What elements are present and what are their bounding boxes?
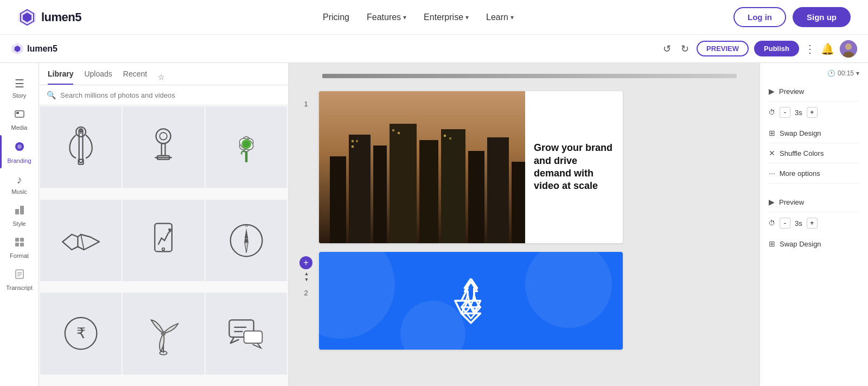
svg-rect-19	[79, 129, 83, 162]
timer-dropdown-icon[interactable]: ▾	[856, 69, 859, 77]
slide-card-2[interactable]	[319, 252, 623, 350]
sidebar-item-format[interactable]: Format	[0, 231, 39, 263]
list-item[interactable]	[123, 106, 204, 188]
svg-rect-61	[487, 137, 509, 243]
list-item[interactable]	[40, 200, 122, 281]
logo-link[interactable]: lumen5	[17, 8, 81, 27]
tab-uploads[interactable]: Uploads	[84, 69, 112, 85]
notifications-icon[interactable]: 🔔	[821, 42, 834, 55]
tab-recent[interactable]: Recent	[123, 69, 147, 85]
svg-rect-62	[512, 162, 525, 243]
shuffle-colors-action[interactable]: ✕ Shuffle Colors	[769, 143, 859, 163]
duration-plus-button-2[interactable]: +	[807, 218, 818, 229]
svg-rect-26	[162, 143, 165, 156]
duration-control-1: ⏱ - 3s +	[769, 102, 859, 123]
svg-point-34	[243, 141, 249, 147]
transcript-icon	[14, 269, 25, 282]
swap-design-icon: ⊞	[769, 129, 775, 137]
story-icon: ☰	[15, 77, 24, 90]
publish-button[interactable]: Publish	[754, 41, 799, 56]
list-item[interactable]: ₹	[40, 293, 122, 374]
svg-point-48	[161, 331, 166, 336]
slide-down-arrow[interactable]: ▼	[304, 277, 309, 282]
user-avatar[interactable]	[840, 40, 857, 58]
play-icon-2: ▶	[769, 198, 775, 206]
svg-rect-59	[441, 129, 465, 243]
preview-button[interactable]: PREVIEW	[697, 41, 749, 56]
right-panel: 🕐 00:15 ▾ ▶ Preview ⏱ - 3s + ⊞ Swap Desi…	[760, 63, 868, 386]
main-content: ☰ Story Media Br	[0, 63, 868, 386]
svg-point-25	[160, 132, 168, 140]
list-item[interactable]	[123, 200, 204, 281]
sidebar-item-story[interactable]: ☰ Story	[0, 72, 39, 103]
login-button[interactable]: Log in	[733, 7, 786, 27]
svg-rect-13	[15, 243, 19, 246]
slide-number-1: 1	[299, 96, 312, 108]
format-svg-icon	[14, 237, 25, 248]
more-options-action[interactable]: ··· More options	[769, 163, 859, 183]
branding-icon	[14, 141, 25, 155]
duration-control-2: ⏱ - 3s +	[769, 212, 859, 234]
svg-rect-14	[20, 243, 24, 246]
nav-features[interactable]: Features ▾	[367, 12, 406, 22]
shuffle-colors-label: Shuffle Colors	[780, 149, 824, 157]
app-header-actions: ↺ ↻ PREVIEW Publish ⋮ 🔔	[661, 40, 857, 58]
media-grid: N ₹	[39, 105, 288, 386]
svg-rect-57	[390, 124, 417, 243]
undo-button[interactable]: ↺	[661, 41, 673, 57]
swap-design-action[interactable]: ⊞ Swap Design	[769, 123, 859, 143]
sidebar-branding-label: Branding	[7, 157, 31, 164]
timer-value: 00:15	[838, 69, 854, 77]
slide-row-1: 1	[299, 91, 760, 243]
duration-plus-button[interactable]: +	[807, 107, 818, 118]
duration-minus-button-2[interactable]: -	[780, 218, 790, 229]
right-panel-slide-2: ▶ Preview ⏱ - 3s + ⊞ Swap Design	[769, 192, 859, 254]
swap-design-action-2[interactable]: ⊞ Swap Design	[769, 234, 859, 254]
avatar-image	[840, 40, 857, 58]
svg-rect-56	[373, 145, 387, 243]
svg-point-24	[156, 129, 171, 143]
slide-up-arrow[interactable]: ▲	[304, 271, 309, 276]
app-header: lumen5 ↺ ↻ PREVIEW Publish ⋮ 🔔	[0, 35, 868, 63]
music-icon: ♪	[17, 174, 22, 186]
list-item[interactable]	[40, 106, 122, 188]
svg-rect-69	[449, 137, 451, 140]
list-item[interactable]	[206, 293, 287, 374]
preview-label-1: Preview	[779, 87, 804, 96]
nav-pricing[interactable]: Pricing	[323, 12, 349, 22]
list-item[interactable]	[206, 106, 287, 188]
logo-icon	[17, 8, 37, 27]
duration-minus-button[interactable]: -	[780, 107, 790, 118]
preview-action-1[interactable]: ▶ Preview	[769, 81, 859, 102]
logo-text: lumen5	[41, 10, 81, 24]
sidebar-item-music[interactable]: ♪ Music	[0, 168, 39, 199]
redo-button[interactable]: ↻	[679, 41, 691, 57]
media-tabs: Library Uploads Recent ☆	[39, 63, 288, 85]
svg-marker-42	[244, 242, 248, 252]
signup-button[interactable]: Sign up	[793, 7, 851, 27]
tab-library[interactable]: Library	[48, 69, 73, 85]
sidebar-item-transcript[interactable]: Transcript	[0, 263, 39, 295]
svg-rect-9	[15, 209, 19, 214]
sidebar-item-media[interactable]: Media	[0, 103, 39, 135]
preview-action-2[interactable]: ▶ Preview	[769, 192, 859, 212]
nav-learn[interactable]: Learn ▾	[486, 12, 514, 22]
handshake-icon	[56, 216, 105, 265]
more-options-icon[interactable]: ⋮	[805, 42, 815, 55]
list-item[interactable]: N	[206, 200, 287, 281]
svg-rect-5	[15, 111, 24, 117]
list-item[interactable]	[123, 293, 204, 374]
nav-enterprise[interactable]: Enterprise ▾	[424, 12, 469, 22]
sidebar-item-style[interactable]: Style	[0, 199, 39, 231]
svg-point-36	[162, 248, 165, 250]
search-input[interactable]	[60, 91, 280, 99]
sidebar-item-branding[interactable]: Branding	[0, 135, 39, 168]
style-icon	[14, 205, 25, 218]
timer-small-icon-2: ⏱	[769, 219, 775, 227]
swap-design-icon-2: ⊞	[769, 239, 775, 248]
sidebar-media-label: Media	[11, 124, 28, 131]
favorites-star-icon[interactable]: ☆	[158, 73, 165, 81]
add-slide-button[interactable]: +	[299, 256, 312, 269]
svg-marker-41	[244, 228, 248, 239]
slide-card-1[interactable]: Grow your brand and drive demand with vi…	[319, 91, 623, 243]
